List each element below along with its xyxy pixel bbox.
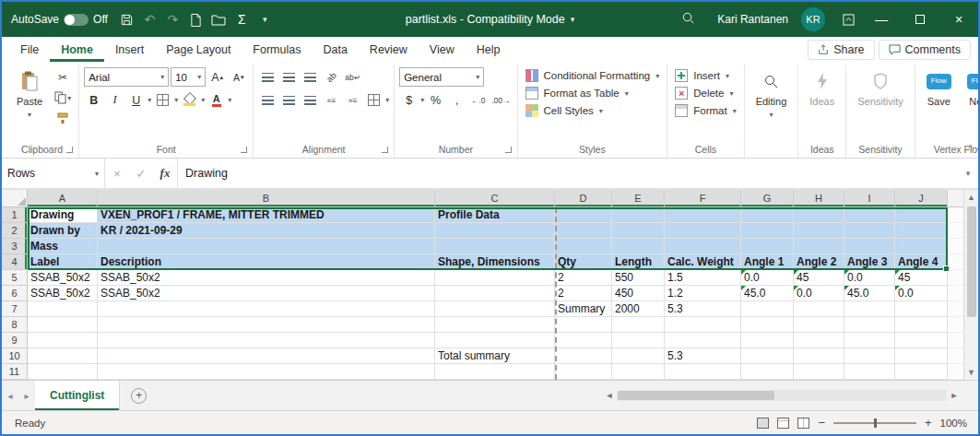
- comments-button[interactable]: Comments: [879, 40, 971, 60]
- cell-I7[interactable]: [844, 301, 895, 317]
- merge-center-icon[interactable]: [364, 90, 384, 110]
- cell-F9[interactable]: [665, 333, 741, 348]
- align-middle-icon[interactable]: [279, 67, 299, 87]
- row-header-6[interactable]: 6: [2, 286, 28, 301]
- cell-D5[interactable]: 2: [555, 270, 612, 286]
- close-button[interactable]: ×: [939, 2, 978, 37]
- search-icon[interactable]: [681, 11, 695, 29]
- cell-E11[interactable]: [612, 364, 665, 380]
- underline-dropdown-icon[interactable]: ▾: [148, 96, 151, 104]
- column-header-H[interactable]: H: [794, 190, 844, 207]
- format-cells-button[interactable]: Format▾: [672, 102, 738, 119]
- clipboard-dialog-launcher-icon[interactable]: [66, 147, 73, 153]
- cell-C5[interactable]: [435, 270, 555, 286]
- user-name[interactable]: Kari Rantanen: [717, 13, 788, 26]
- cell-C4[interactable]: Shape, Dimensions: [435, 254, 555, 270]
- row-header-9[interactable]: 9: [2, 333, 28, 348]
- cell-C8[interactable]: [435, 317, 555, 333]
- accounting-format-icon[interactable]: $: [399, 90, 419, 110]
- zoom-slider-thumb[interactable]: [874, 418, 877, 428]
- cell-I3[interactable]: [844, 239, 895, 254]
- cut-button[interactable]: ✂: [52, 68, 74, 87]
- horizontal-scrollbar[interactable]: ◄ ►: [602, 388, 962, 403]
- cell-F2[interactable]: [665, 223, 741, 239]
- cell-H11[interactable]: [794, 364, 844, 380]
- decrease-font-icon[interactable]: A▾: [229, 67, 248, 87]
- cell-H1[interactable]: [794, 207, 844, 223]
- flow-new-button[interactable]: Flow+ New: [961, 67, 980, 109]
- page-break-view-icon[interactable]: [797, 418, 809, 429]
- tab-data[interactable]: Data: [312, 39, 358, 62]
- copy-button[interactable]: ▾: [52, 88, 74, 107]
- format-as-table-button[interactable]: Format as Table▾: [523, 85, 663, 101]
- cell-I1[interactable]: [844, 207, 895, 223]
- cell-A1[interactable]: Drawing: [28, 207, 98, 223]
- flow-save-button[interactable]: Flow Save: [920, 67, 958, 109]
- cell-D4[interactable]: Qty: [555, 254, 612, 270]
- name-box-dropdown-icon[interactable]: ▾: [95, 170, 99, 178]
- scroll-left-icon[interactable]: ◄: [602, 388, 617, 403]
- cell-C1[interactable]: Profile Data: [435, 207, 555, 223]
- cell-H2[interactable]: [794, 223, 844, 239]
- cell-G1[interactable]: [741, 207, 794, 223]
- cell-D10[interactable]: [555, 348, 612, 364]
- cell-B9[interactable]: [98, 333, 435, 348]
- cell-D1[interactable]: [555, 207, 612, 223]
- insert-cells-button[interactable]: Insert▾: [672, 67, 738, 84]
- wrap-text-icon[interactable]: ab↵: [343, 67, 362, 87]
- share-button[interactable]: Share: [808, 40, 874, 60]
- cell-A2[interactable]: Drawn by: [28, 223, 98, 239]
- decrease-decimal-icon[interactable]: .00→: [490, 90, 512, 110]
- cell-H4[interactable]: Angle 2: [794, 254, 844, 270]
- cell-A8[interactable]: [28, 317, 98, 333]
- column-header-E[interactable]: E: [612, 190, 665, 207]
- cell-B4[interactable]: Description: [98, 254, 435, 270]
- fill-color-button[interactable]: [180, 90, 199, 110]
- cell-C7[interactable]: [435, 301, 555, 317]
- autosave-toggle[interactable]: AutoSave Off: [11, 13, 108, 26]
- column-header-F[interactable]: F: [665, 190, 741, 207]
- scroll-up-icon[interactable]: ▲: [964, 190, 979, 205]
- tab-file[interactable]: File: [9, 39, 50, 62]
- row-header-2[interactable]: 2: [2, 223, 28, 239]
- cell-B8[interactable]: [98, 317, 435, 333]
- comma-style-icon[interactable]: ,: [447, 90, 466, 110]
- cell-A3[interactable]: Mass: [28, 239, 98, 254]
- cell-J6[interactable]: 0.0: [895, 286, 948, 301]
- cell-E8[interactable]: [612, 317, 665, 333]
- row-header-1[interactable]: 1: [2, 207, 28, 223]
- cell-C11[interactable]: [435, 364, 555, 380]
- font-dialog-launcher-icon[interactable]: [241, 147, 247, 153]
- cell-A6[interactable]: SSAB_50x2: [28, 286, 98, 301]
- row-header-8[interactable]: 8: [2, 317, 28, 333]
- cell-E4[interactable]: Length: [612, 254, 665, 270]
- cell-F4[interactable]: Calc. Weight: [665, 254, 741, 270]
- cell-E5[interactable]: 550: [612, 270, 665, 286]
- cell-B6[interactable]: SSAB_50x2: [98, 286, 435, 301]
- tab-page-layout[interactable]: Page Layout: [155, 39, 242, 62]
- align-center-icon[interactable]: [279, 90, 299, 110]
- borders-dropdown-icon[interactable]: ▾: [174, 96, 178, 104]
- tab-home[interactable]: Home: [50, 39, 104, 62]
- merge-dropdown-icon[interactable]: ▾: [385, 96, 389, 104]
- delete-cells-button[interactable]: × Delete▾: [672, 85, 738, 101]
- row-header-4[interactable]: 4: [2, 254, 28, 270]
- cell-J9[interactable]: [895, 333, 948, 348]
- cell-D2[interactable]: [555, 223, 612, 239]
- column-header-J[interactable]: J: [895, 190, 948, 207]
- title-dropdown-icon[interactable]: ▾: [571, 15, 575, 24]
- user-avatar[interactable]: KR: [801, 7, 825, 31]
- cell-G10[interactable]: [741, 348, 794, 364]
- tab-review[interactable]: Review: [359, 39, 419, 62]
- percent-style-icon[interactable]: %: [426, 90, 445, 110]
- format-painter-button[interactable]: [52, 109, 74, 127]
- cell-G3[interactable]: [741, 239, 794, 254]
- cell-B10[interactable]: [98, 348, 435, 364]
- increase-decimal-icon[interactable]: ←.0: [468, 90, 488, 110]
- cell-B11[interactable]: [98, 364, 435, 380]
- cell-F5[interactable]: 1.5: [665, 270, 741, 286]
- cell-J1[interactable]: [895, 207, 948, 223]
- minimize-button[interactable]: —: [862, 2, 901, 37]
- cell-I11[interactable]: [844, 364, 895, 380]
- row-header-5[interactable]: 5: [2, 270, 28, 286]
